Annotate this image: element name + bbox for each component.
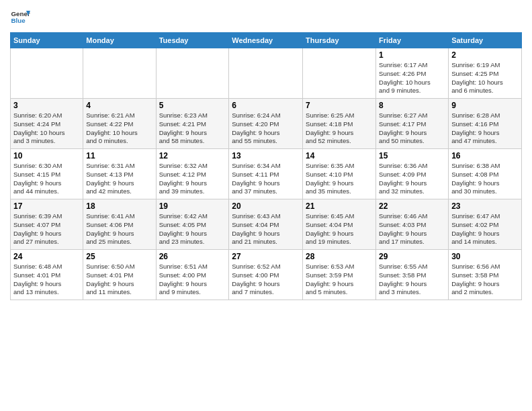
day-info: Sunrise: 6:23 AM Sunset: 4:21 PM Dayligh… — [159, 111, 226, 146]
day-number: 20 — [232, 201, 300, 211]
weekday-header: Thursday — [303, 33, 376, 48]
calendar-week-row: 24Sunrise: 6:48 AM Sunset: 4:01 PM Dayli… — [11, 250, 522, 300]
calendar-cell: 10Sunrise: 6:30 AM Sunset: 4:15 PM Dayli… — [11, 149, 83, 199]
main-container: General Blue SundayMondayTuesdayWednesda… — [0, 0, 532, 307]
calendar-cell: 15Sunrise: 6:36 AM Sunset: 4:09 PM Dayli… — [376, 149, 449, 199]
day-number: 10 — [13, 151, 80, 161]
calendar-cell: 18Sunrise: 6:41 AM Sunset: 4:06 PM Dayli… — [83, 199, 156, 250]
day-info: Sunrise: 6:46 AM Sunset: 4:03 PM Dayligh… — [379, 212, 445, 246]
calendar-cell: 13Sunrise: 6:34 AM Sunset: 4:11 PM Dayli… — [229, 149, 303, 199]
day-number: 24 — [13, 252, 80, 261]
calendar-table: SundayMondayTuesdayWednesdayThursdayFrid… — [10, 32, 522, 300]
day-info: Sunrise: 6:55 AM Sunset: 3:58 PM Dayligh… — [379, 263, 445, 297]
calendar-cell: 8Sunrise: 6:27 AM Sunset: 4:17 PM Daylig… — [376, 99, 449, 149]
day-number: 16 — [451, 151, 519, 161]
day-info: Sunrise: 6:21 AM Sunset: 4:22 PM Dayligh… — [86, 111, 152, 146]
logo-icon: General Blue — [10, 7, 30, 27]
day-info: Sunrise: 6:19 AM Sunset: 4:25 PM Dayligh… — [451, 61, 519, 95]
day-number: 22 — [379, 201, 445, 211]
day-number: 13 — [232, 151, 300, 161]
day-info: Sunrise: 6:17 AM Sunset: 4:26 PM Dayligh… — [379, 61, 445, 95]
calendar-cell: 19Sunrise: 6:42 AM Sunset: 4:05 PM Dayli… — [156, 199, 229, 250]
day-info: Sunrise: 6:28 AM Sunset: 4:16 PM Dayligh… — [451, 111, 519, 146]
day-info: Sunrise: 6:39 AM Sunset: 4:07 PM Dayligh… — [13, 212, 80, 246]
day-number: 14 — [306, 151, 373, 161]
calendar-cell: 20Sunrise: 6:43 AM Sunset: 4:04 PM Dayli… — [229, 199, 303, 250]
calendar-cell: 25Sunrise: 6:50 AM Sunset: 4:01 PM Dayli… — [83, 250, 156, 300]
calendar-cell — [229, 48, 303, 99]
day-info: Sunrise: 6:48 AM Sunset: 4:01 PM Dayligh… — [13, 263, 80, 297]
day-info: Sunrise: 6:31 AM Sunset: 4:13 PM Dayligh… — [86, 162, 152, 196]
weekday-header: Sunday — [11, 33, 83, 48]
calendar-cell: 21Sunrise: 6:45 AM Sunset: 4:04 PM Dayli… — [303, 199, 376, 250]
day-number: 26 — [159, 252, 226, 261]
day-info: Sunrise: 6:35 AM Sunset: 4:10 PM Dayligh… — [306, 162, 373, 196]
day-info: Sunrise: 6:51 AM Sunset: 4:00 PM Dayligh… — [159, 263, 226, 297]
day-number: 12 — [159, 151, 226, 161]
day-info: Sunrise: 6:34 AM Sunset: 4:11 PM Dayligh… — [232, 162, 300, 196]
calendar-cell: 1Sunrise: 6:17 AM Sunset: 4:26 PM Daylig… — [376, 48, 449, 99]
day-number: 7 — [306, 101, 373, 110]
day-info: Sunrise: 6:47 AM Sunset: 4:02 PM Dayligh… — [451, 212, 519, 246]
calendar-cell: 6Sunrise: 6:24 AM Sunset: 4:20 PM Daylig… — [229, 99, 303, 149]
day-number: 8 — [379, 101, 445, 110]
day-number: 11 — [86, 151, 152, 161]
day-info: Sunrise: 6:38 AM Sunset: 4:08 PM Dayligh… — [451, 162, 519, 196]
calendar-cell: 5Sunrise: 6:23 AM Sunset: 4:21 PM Daylig… — [156, 99, 229, 149]
calendar-week-row: 17Sunrise: 6:39 AM Sunset: 4:07 PM Dayli… — [11, 199, 522, 250]
day-number: 15 — [379, 151, 445, 161]
day-number: 3 — [13, 101, 80, 110]
day-number: 1 — [379, 50, 445, 60]
day-number: 17 — [13, 201, 80, 211]
weekday-header: Wednesday — [229, 33, 303, 48]
day-info: Sunrise: 6:36 AM Sunset: 4:09 PM Dayligh… — [379, 162, 445, 196]
day-number: 30 — [451, 252, 519, 261]
day-number: 27 — [232, 252, 300, 261]
calendar-cell: 22Sunrise: 6:46 AM Sunset: 4:03 PM Dayli… — [376, 199, 449, 250]
calendar-cell: 29Sunrise: 6:55 AM Sunset: 3:58 PM Dayli… — [376, 250, 449, 300]
calendar-cell: 2Sunrise: 6:19 AM Sunset: 4:25 PM Daylig… — [449, 48, 522, 99]
day-number: 5 — [159, 101, 226, 110]
weekday-header: Saturday — [449, 33, 522, 48]
day-info: Sunrise: 6:42 AM Sunset: 4:05 PM Dayligh… — [159, 212, 226, 246]
calendar-week-row: 3Sunrise: 6:20 AM Sunset: 4:24 PM Daylig… — [11, 99, 522, 149]
weekday-header: Monday — [83, 33, 156, 48]
calendar-week-row: 1Sunrise: 6:17 AM Sunset: 4:26 PM Daylig… — [11, 48, 522, 99]
calendar-cell: 16Sunrise: 6:38 AM Sunset: 4:08 PM Dayli… — [449, 149, 522, 199]
day-info: Sunrise: 6:24 AM Sunset: 4:20 PM Dayligh… — [232, 111, 300, 146]
day-number: 9 — [451, 101, 519, 110]
day-info: Sunrise: 6:50 AM Sunset: 4:01 PM Dayligh… — [86, 263, 152, 297]
calendar-cell: 14Sunrise: 6:35 AM Sunset: 4:10 PM Dayli… — [303, 149, 376, 199]
day-info: Sunrise: 6:27 AM Sunset: 4:17 PM Dayligh… — [379, 111, 445, 146]
calendar-cell: 30Sunrise: 6:56 AM Sunset: 3:58 PM Dayli… — [449, 250, 522, 300]
day-number: 6 — [232, 101, 300, 110]
calendar-cell: 17Sunrise: 6:39 AM Sunset: 4:07 PM Dayli… — [11, 199, 83, 250]
calendar-cell: 4Sunrise: 6:21 AM Sunset: 4:22 PM Daylig… — [83, 99, 156, 149]
day-number: 23 — [451, 201, 519, 211]
calendar-cell: 24Sunrise: 6:48 AM Sunset: 4:01 PM Dayli… — [11, 250, 83, 300]
day-number: 19 — [159, 201, 226, 211]
calendar-cell: 9Sunrise: 6:28 AM Sunset: 4:16 PM Daylig… — [449, 99, 522, 149]
calendar-cell: 28Sunrise: 6:53 AM Sunset: 3:59 PM Dayli… — [303, 250, 376, 300]
svg-text:Blue: Blue — [11, 17, 26, 24]
weekday-header: Friday — [376, 33, 449, 48]
calendar-cell: 11Sunrise: 6:31 AM Sunset: 4:13 PM Dayli… — [83, 149, 156, 199]
day-info: Sunrise: 6:45 AM Sunset: 4:04 PM Dayligh… — [306, 212, 373, 246]
header: General Blue — [10, 7, 522, 27]
day-number: 21 — [306, 201, 373, 211]
calendar-cell: 26Sunrise: 6:51 AM Sunset: 4:00 PM Dayli… — [156, 250, 229, 300]
day-number: 25 — [86, 252, 152, 261]
logo: General Blue — [10, 7, 30, 27]
calendar-cell: 12Sunrise: 6:32 AM Sunset: 4:12 PM Dayli… — [156, 149, 229, 199]
calendar-cell — [83, 48, 156, 99]
calendar-cell: 3Sunrise: 6:20 AM Sunset: 4:24 PM Daylig… — [11, 99, 83, 149]
calendar-cell — [11, 48, 83, 99]
day-info: Sunrise: 6:20 AM Sunset: 4:24 PM Dayligh… — [13, 111, 80, 146]
day-number: 2 — [451, 50, 519, 60]
weekday-header: Tuesday — [156, 33, 229, 48]
calendar-cell: 7Sunrise: 6:25 AM Sunset: 4:18 PM Daylig… — [303, 99, 376, 149]
calendar-cell: 23Sunrise: 6:47 AM Sunset: 4:02 PM Dayli… — [449, 199, 522, 250]
calendar-cell — [303, 48, 376, 99]
calendar-cell: 27Sunrise: 6:52 AM Sunset: 4:00 PM Dayli… — [229, 250, 303, 300]
day-info: Sunrise: 6:56 AM Sunset: 3:58 PM Dayligh… — [451, 263, 519, 297]
